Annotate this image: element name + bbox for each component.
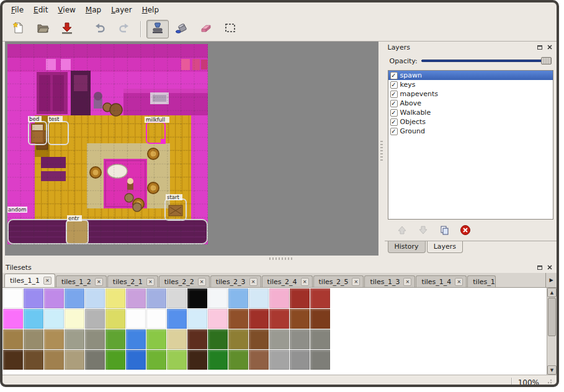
panel-tab-history[interactable]: History [388, 241, 426, 253]
tile-cell[interactable] [105, 288, 125, 308]
close-tab-icon[interactable]: ✕ [352, 278, 360, 286]
tileset-tab-tiles_1_4[interactable]: tiles_1_4✕ [416, 275, 467, 287]
tile-cell[interactable] [290, 329, 310, 349]
tile-cell[interactable] [44, 350, 64, 370]
tileset-tab-tiles_1[interactable]: tiles_1 [467, 275, 496, 287]
duplicate-layer-button[interactable] [437, 223, 452, 238]
tile-cell[interactable] [228, 350, 248, 370]
close-tab-icon[interactable]: ✕ [95, 278, 103, 286]
tile-cell[interactable] [167, 350, 187, 370]
close-tab-icon[interactable]: ✕ [146, 278, 154, 286]
tile-cell[interactable] [269, 309, 289, 329]
opacity-slider-handle[interactable] [541, 57, 552, 65]
tile-cell[interactable] [269, 350, 289, 370]
delete-layer-button[interactable] [458, 223, 473, 238]
close-tab-icon[interactable]: ✕ [403, 278, 411, 286]
opacity-slider[interactable] [421, 56, 552, 65]
panel-tab-layers[interactable]: Layers [427, 241, 463, 253]
tile-cell[interactable] [24, 288, 43, 308]
tile-cell[interactable] [3, 288, 23, 308]
layer-row-Walkable[interactable]: ✓Walkable [388, 108, 553, 117]
layer-row-mapevents[interactable]: ✓mapevents [388, 89, 553, 99]
menu-item-edit[interactable]: Edit [29, 4, 53, 16]
tile-cell[interactable] [249, 288, 269, 308]
tile-cell[interactable] [126, 329, 146, 349]
layer-row-Above[interactable]: ✓Above [388, 99, 553, 108]
tile-cell[interactable] [208, 350, 228, 370]
scroll-down-button[interactable]: ▼ [547, 365, 557, 375]
float-panel-button[interactable] [535, 264, 544, 272]
tile-cell[interactable] [44, 288, 64, 308]
close-tab-icon[interactable]: ✕ [301, 278, 309, 286]
layer-row-spawn[interactable]: ✓spawn [388, 71, 553, 80]
tile-cell[interactable] [310, 309, 330, 329]
tile-cell[interactable] [187, 329, 207, 349]
tile-cell[interactable] [24, 329, 43, 349]
tile-cell[interactable] [65, 309, 84, 329]
vertical-splitter[interactable] [378, 42, 385, 256]
tile-cell[interactable] [269, 288, 289, 308]
close-panel-button[interactable] [545, 43, 553, 51]
tile-cell[interactable] [228, 288, 248, 308]
layer-visibility-checkbox[interactable]: ✓ [390, 118, 398, 126]
tileset-scrollbar[interactable]: ▲ ▼ [547, 288, 557, 375]
tileset-tab-tiles_1_3[interactable]: tiles_1_3✕ [364, 275, 415, 287]
tileset-tab-tiles_2_3[interactable]: tiles_2_3✕ [210, 275, 261, 287]
tile-cell[interactable] [310, 350, 330, 370]
tile-cell[interactable] [167, 288, 187, 308]
layer-row-Objects[interactable]: ✓Objects [388, 117, 553, 127]
tile-cell[interactable] [310, 288, 330, 308]
close-tab-icon[interactable]: ✕ [43, 277, 51, 285]
tile-cell[interactable] [187, 350, 207, 370]
layer-visibility-checkbox[interactable]: ✓ [390, 72, 398, 79]
tile-cell[interactable] [249, 350, 269, 370]
tile-cell[interactable] [3, 350, 23, 370]
float-panel-button[interactable] [535, 43, 544, 51]
tile-cell[interactable] [85, 309, 105, 329]
tile-cell[interactable] [65, 350, 84, 370]
tile-cell[interactable] [167, 309, 187, 329]
eraser-button[interactable] [195, 20, 217, 38]
scrollbar-thumb[interactable] [548, 298, 556, 336]
tileset-tab-tiles_2_5[interactable]: tiles_2_5✕ [313, 275, 364, 287]
tile-cell[interactable] [228, 329, 248, 349]
menu-item-help[interactable]: Help [137, 4, 164, 16]
open-map-button[interactable] [32, 20, 54, 38]
tile-cell[interactable] [146, 329, 166, 349]
tile-cell[interactable] [105, 329, 125, 349]
tile-cell[interactable] [3, 309, 23, 329]
tile-cell[interactable] [65, 329, 84, 349]
new-map-button[interactable] [7, 20, 30, 38]
tile-cell[interactable] [310, 329, 330, 349]
tile-cell[interactable] [249, 309, 269, 329]
menu-item-view[interactable]: View [53, 4, 80, 16]
stamp-tool-button[interactable] [146, 20, 169, 38]
map-canvas[interactable]: bed test milkfull start andom entr [5, 42, 378, 256]
undo-button[interactable] [89, 20, 111, 38]
tile-cell[interactable] [65, 288, 84, 308]
tile-cell[interactable] [290, 288, 310, 308]
tile-cell[interactable] [3, 329, 23, 349]
tile-cell[interactable] [187, 309, 207, 329]
tile-cell[interactable] [146, 288, 166, 308]
tile-cell[interactable] [187, 288, 207, 308]
tile-cell[interactable] [208, 309, 228, 329]
lower-layer-button[interactable] [416, 223, 431, 238]
layer-visibility-checkbox[interactable]: ✓ [390, 100, 398, 107]
layer-visibility-checkbox[interactable]: ✓ [390, 91, 398, 98]
tile-cell[interactable] [85, 329, 105, 349]
tile-cell[interactable] [167, 329, 187, 349]
scroll-up-button[interactable]: ▲ [547, 288, 557, 297]
tile-cell[interactable] [290, 309, 310, 329]
tile-cell[interactable] [208, 329, 228, 349]
tileset-tab-tiles_2_4[interactable]: tiles_2_4✕ [262, 275, 313, 287]
tileset-tab-tiles_2_2[interactable]: tiles_2_2✕ [159, 275, 210, 287]
close-panel-button[interactable] [545, 264, 553, 272]
layer-visibility-checkbox[interactable]: ✓ [390, 109, 398, 117]
tile-cell[interactable] [44, 309, 64, 329]
tileset-tab-tiles_1_2[interactable]: tiles_1_2✕ [56, 275, 107, 287]
tile-cell[interactable] [105, 309, 125, 329]
tile-cell[interactable] [126, 288, 146, 308]
close-tab-icon[interactable]: ✕ [455, 278, 463, 286]
resize-grip[interactable] [544, 378, 553, 387]
